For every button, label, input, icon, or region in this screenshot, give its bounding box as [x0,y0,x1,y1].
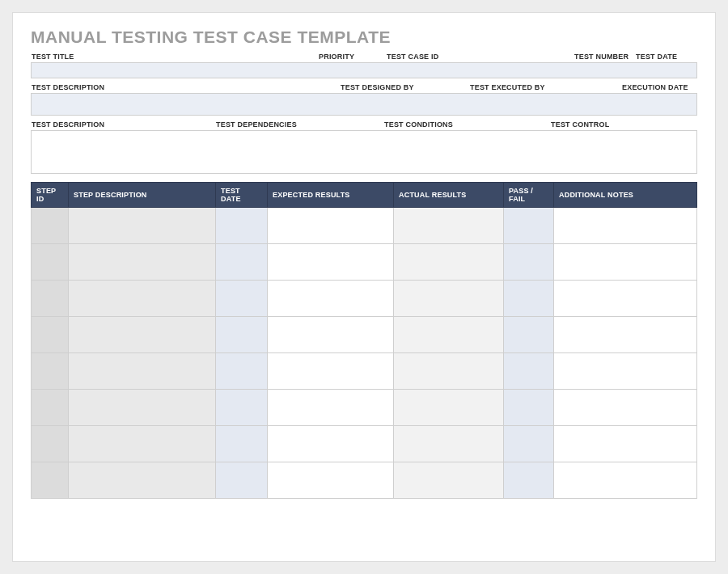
cell-test-date[interactable] [216,353,268,390]
field-test-date[interactable] [635,62,697,78]
field-dependencies[interactable] [215,130,383,174]
cell-step-description[interactable] [69,208,216,244]
field-description-2[interactable] [31,130,215,174]
th-step-description: STEP DESCRIPTION [69,183,216,208]
cell-test-date[interactable] [216,462,268,499]
meta-row-2: TEST DESCRIPTION TEST DESIGNED BY TEST E… [31,81,697,116]
cell-step-id[interactable] [32,317,69,353]
cell-expected[interactable] [268,281,394,317]
label-conditions: TEST CONDITIONS [383,118,550,130]
table-row [32,317,697,353]
cell-step-description[interactable] [69,426,216,462]
label-priority: PRIORITY [318,50,386,62]
cell-step-description[interactable] [69,390,216,426]
cell-actual[interactable] [394,462,504,499]
cell-notes[interactable] [554,281,697,317]
field-execution-date[interactable] [621,93,697,116]
template-page: MANUAL TESTING TEST CASE TEMPLATE TEST T… [12,12,716,562]
page-title: MANUAL TESTING TEST CASE TEMPLATE [31,27,697,47]
cell-notes[interactable] [554,244,697,281]
label-test-title: TEST TITLE [31,50,318,62]
cell-expected[interactable] [268,208,394,244]
field-designed-by[interactable] [340,93,469,116]
steps-header-row: STEP ID STEP DESCRIPTION TEST DATE EXPEC… [32,183,697,208]
cell-expected[interactable] [268,390,394,426]
cell-step-id[interactable] [32,353,69,390]
cell-notes[interactable] [554,208,697,244]
cell-test-date[interactable] [216,244,268,281]
table-row [32,426,697,462]
cell-step-id[interactable] [32,281,69,317]
label-execution-date: EXECUTION DATE [621,81,697,93]
field-executed-by[interactable] [469,93,621,116]
cell-pass-fail[interactable] [504,208,554,244]
th-actual: ACTUAL RESULTS [394,183,504,208]
label-test-description: TEST DESCRIPTION [31,81,340,93]
table-row [32,462,697,499]
field-priority[interactable] [318,62,386,78]
cell-test-date[interactable] [216,281,268,317]
field-test-number[interactable] [574,62,635,78]
cell-test-date[interactable] [216,426,268,462]
table-row [32,244,697,281]
cell-pass-fail[interactable] [504,281,554,317]
cell-actual[interactable] [394,426,504,462]
steps-table: STEP ID STEP DESCRIPTION TEST DATE EXPEC… [31,182,697,499]
cell-notes[interactable] [554,426,697,462]
th-test-date: TEST DATE [216,183,268,208]
cell-notes[interactable] [554,462,697,499]
cell-expected[interactable] [268,353,394,390]
field-conditions[interactable] [383,130,550,174]
cell-step-description[interactable] [69,281,216,317]
cell-test-date[interactable] [216,317,268,353]
cell-notes[interactable] [554,353,697,390]
th-pass-fail: PASS / FAIL [504,183,554,208]
th-step-id: STEP ID [32,183,69,208]
cell-step-id[interactable] [32,244,69,281]
cell-actual[interactable] [394,281,504,317]
cell-pass-fail[interactable] [504,244,554,281]
cell-step-id[interactable] [32,208,69,244]
cell-notes[interactable] [554,390,697,426]
table-row [32,281,697,317]
cell-actual[interactable] [394,208,504,244]
cell-actual[interactable] [394,317,504,353]
cell-actual[interactable] [394,244,504,281]
field-test-title[interactable] [31,62,318,78]
field-test-case-id[interactable] [386,62,574,78]
label-description-2: TEST DESCRIPTION [31,118,215,130]
label-test-date: TEST DATE [635,50,697,62]
cell-expected[interactable] [268,462,394,499]
cell-step-id[interactable] [32,390,69,426]
cell-test-date[interactable] [216,390,268,426]
cell-pass-fail[interactable] [504,317,554,353]
field-control[interactable] [550,130,697,174]
cell-expected[interactable] [268,317,394,353]
cell-test-date[interactable] [216,208,268,244]
field-test-description[interactable] [31,93,340,116]
cell-pass-fail[interactable] [504,426,554,462]
label-control: TEST CONTROL [550,118,697,130]
th-notes: ADDITIONAL NOTES [554,183,697,208]
label-executed-by: TEST EXECUTED BY [469,81,621,93]
cell-actual[interactable] [394,353,504,390]
cell-step-description[interactable] [69,244,216,281]
cell-actual[interactable] [394,390,504,426]
cell-expected[interactable] [268,244,394,281]
label-test-case-id: TEST CASE ID [386,50,574,62]
table-row [32,208,697,244]
cell-step-description[interactable] [69,317,216,353]
cell-pass-fail[interactable] [504,462,554,499]
cell-expected[interactable] [268,426,394,462]
cell-step-id[interactable] [32,462,69,499]
cell-step-description[interactable] [69,462,216,499]
meta-row-3: TEST DESCRIPTION TEST DEPENDENCIES TEST … [31,118,697,174]
cell-step-description[interactable] [69,353,216,390]
cell-pass-fail[interactable] [504,353,554,390]
meta-row-1: TEST TITLE PRIORITY TEST CASE ID TEST NU… [31,50,697,78]
cell-pass-fail[interactable] [504,390,554,426]
table-row [32,390,697,426]
cell-step-id[interactable] [32,426,69,462]
label-test-number: TEST NUMBER [574,50,635,62]
cell-notes[interactable] [554,317,697,353]
